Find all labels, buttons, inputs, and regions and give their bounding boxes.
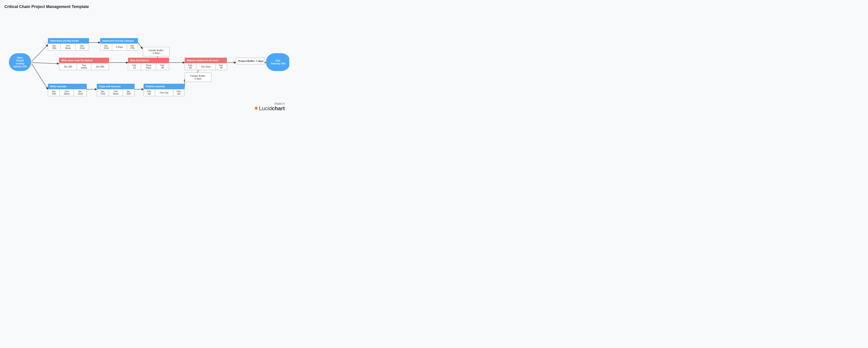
ip-start: Jan.22nd <box>100 44 112 51</box>
ip-end: Jan.27th <box>127 44 138 51</box>
wbc-start: Jan 15th <box>59 63 77 70</box>
wt-start: Jan.15th <box>48 89 60 96</box>
svg-line-4 <box>138 42 143 49</box>
release-feature-node: Release feature to all users Feb.5th Two… <box>185 58 227 70</box>
lucid-name: Lucidchart <box>259 105 285 112</box>
end-label: End: February 14th <box>271 59 285 65</box>
beta-test-node: Beta test feature Feb.1st ThreeDays Feb.… <box>128 58 169 70</box>
rf-dur: Two Days <box>196 63 215 70</box>
release-feature-label: Release feature to all users <box>185 58 227 63</box>
wbc-end: Jan 29th <box>91 63 109 70</box>
copy-edit-node: Copy-edit tutorials Jan.23rd OneWeek Jan… <box>97 84 135 96</box>
determine-pricing-node: Determine pricing model Jan.15th OneWeek… <box>48 38 89 51</box>
pt-start: Feb.5th <box>144 89 155 96</box>
svg-line-1 <box>32 63 59 64</box>
pt-end: Feb.6th <box>173 89 184 96</box>
start-label: Start: Kickoff meeting January 15th <box>12 56 28 68</box>
ce-start: Jan.23rd <box>97 89 109 96</box>
bt-start: Feb.1st <box>128 63 141 70</box>
ce-dur: OneWeek <box>109 89 123 96</box>
ce-end: Jan.30th <box>123 89 135 96</box>
wt-end: Jan.22nd <box>74 89 87 96</box>
publish-tutorials-label: Publish tutorials <box>144 84 185 89</box>
bt-end: Feb.4th <box>156 63 169 70</box>
implement-pricing-label: Implement pricing changes <box>100 38 138 44</box>
feeder-buffer-1: Feeder Buffer: 3 days <box>143 47 169 56</box>
wbc-dur: Twoweeks <box>77 63 91 70</box>
page-title: Critical Chain Project Management Templa… <box>4 4 285 9</box>
svg-line-2 <box>32 64 48 89</box>
copy-edit-label: Copy-edit tutorials <box>97 84 135 89</box>
write-tutorials-node: Write tutorials Jan.15th OneWeek Jan.22n… <box>48 84 87 96</box>
lucid-icon: ✸ <box>254 106 258 111</box>
svg-line-0 <box>32 45 48 61</box>
publish-tutorials-node: Publish tutorials Feb.5th One Day Feb.6t… <box>144 84 185 96</box>
start-node: Start: Kickoff meeting January 15th <box>9 53 31 71</box>
rf-end: Feb.7th <box>216 63 227 70</box>
rf-start: Feb.5th <box>185 63 196 70</box>
dp-dur: OneWeek <box>61 44 75 51</box>
beta-test-label: Beta test feature <box>128 58 169 63</box>
end-node: End: February 14th <box>266 53 289 71</box>
determine-pricing-label: Determine pricing model <box>48 38 89 44</box>
ip-dur: 5 Days <box>112 44 127 51</box>
bt-dur: ThreeDays <box>141 63 156 70</box>
write-base-code-label: Write base code for feature <box>59 58 109 63</box>
dp-end: Jan.22nd <box>75 44 89 51</box>
made-in-text: Made in <box>254 102 285 105</box>
pt-dur: One Day <box>155 89 173 96</box>
lucidchart-logo: Made in ✸ Lucidchart <box>254 102 285 112</box>
project-buffer: Project Buffer: 7 days <box>236 58 265 64</box>
wt-dur: OneWeek <box>60 89 74 96</box>
implement-pricing-node: Implement pricing changes Jan.22nd 5 Day… <box>100 38 138 51</box>
write-tutorials-label: Write tutorials <box>48 84 87 89</box>
dp-start: Jan.15th <box>48 44 61 51</box>
feeder-buffer-2: Feeder Buffer: 3 days <box>185 72 211 82</box>
write-base-code-node: Write base code for feature Jan 15th Two… <box>59 58 109 70</box>
